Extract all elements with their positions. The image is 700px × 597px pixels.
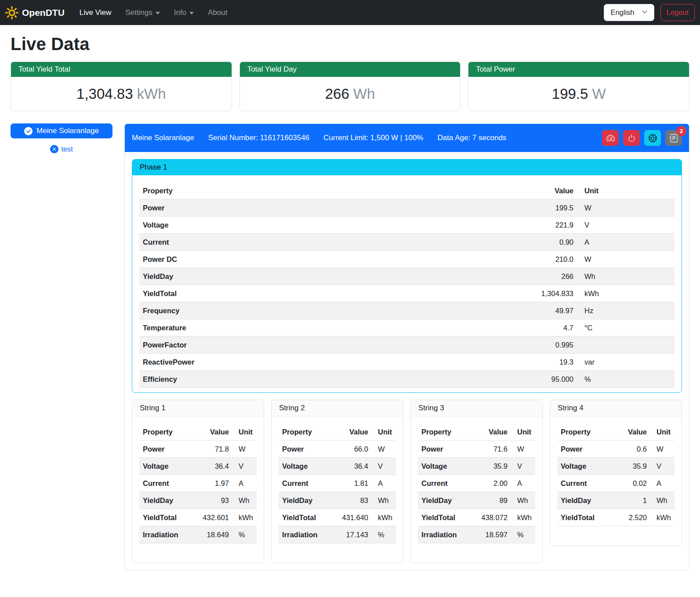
brand[interactable]: OpenDTU xyxy=(5,6,65,19)
card-header: Total Yield Day xyxy=(240,62,461,77)
navbar-right: English Logout xyxy=(604,4,695,21)
table-row: Frequency49.97Hz xyxy=(139,302,675,319)
total-power-card: Total Power 199.5 W xyxy=(468,62,689,111)
language-select[interactable]: English xyxy=(604,4,654,21)
event-log-button[interactable]: 2 xyxy=(665,130,682,146)
table-row: YieldTotal1,304.833kWh xyxy=(139,285,675,302)
nav-item-label: Live View xyxy=(80,8,111,17)
table-row: Power0.6W xyxy=(557,441,675,458)
unit-cell: kWh xyxy=(650,509,675,526)
unit-cell: kWh xyxy=(511,509,535,526)
string-2-table: PropertyValueUnit Power66.0WVoltage36.4V… xyxy=(279,423,396,543)
value-cell: 17.143 xyxy=(331,526,372,543)
table-head: PropertyValueUnit xyxy=(139,423,257,441)
property-cell: Voltage xyxy=(139,217,511,234)
nav-item-settings[interactable]: Settings xyxy=(122,5,163,21)
table-row: YieldTotal432.601kWh xyxy=(139,509,257,526)
nav-item-live-view[interactable]: Live View xyxy=(76,5,115,21)
unit-cell: A xyxy=(372,475,396,492)
nav-item-about[interactable]: About xyxy=(204,5,231,21)
unit-text: kWh xyxy=(137,86,166,102)
value-cell: 93 xyxy=(192,492,232,509)
unit-cell: A xyxy=(650,475,675,492)
inverter-limit: Current Limit: 1,500 W | 100% xyxy=(323,134,423,142)
string-card-body: PropertyValueUnit Power66.0WVoltage36.4V… xyxy=(272,416,403,563)
property-cell: Power DC xyxy=(139,251,511,268)
column-header-property: Property xyxy=(139,423,192,441)
table-row: Power66.0W xyxy=(279,441,396,458)
unit-cell: W xyxy=(232,441,257,458)
unit-cell: % xyxy=(577,371,675,388)
unit-cell: Wh xyxy=(511,492,535,509)
table-row: YieldTotal431.640kWh xyxy=(279,509,396,526)
value-cell: 266 xyxy=(511,268,577,285)
table-row: Voltage36.4V xyxy=(279,458,396,475)
unit-cell: V xyxy=(650,458,675,475)
value-cell: 0.6 xyxy=(610,441,650,458)
table-row: Power71.6W xyxy=(418,441,535,458)
unit-cell: Wh xyxy=(650,492,675,509)
gauge-icon xyxy=(606,134,615,142)
inverter-section: Meine Solaranlage test Meine Solaranlage… xyxy=(11,123,689,582)
value-cell: 2.00 xyxy=(471,475,511,492)
card-header: Total Power xyxy=(468,62,689,77)
inverter-panel: Meine Solaranlage Serial Number: 1161716… xyxy=(124,123,689,571)
value-cell: 0.90 xyxy=(511,234,577,251)
value-cell: 66.0 xyxy=(331,441,372,458)
inverter-data-age: Data Age: 7 seconds xyxy=(437,134,506,142)
inverter-selector-unselected[interactable]: test xyxy=(11,145,112,153)
table-row: Power71.8W xyxy=(139,441,257,458)
property-cell: ReactivePower xyxy=(139,354,511,371)
total-yield-day-card: Total Yield Day 266 Wh xyxy=(239,62,461,111)
property-cell: YieldDay xyxy=(279,492,331,509)
table-row: Current1.97A xyxy=(139,475,257,492)
table-body: Power71.8WVoltage36.4VCurrent1.97AYieldD… xyxy=(139,441,257,543)
nav-item-info[interactable]: Info xyxy=(170,5,197,21)
table-body: Power0.6WVoltage35.9VCurrent0.02AYieldDa… xyxy=(557,441,675,526)
device-info-button[interactable] xyxy=(644,130,661,146)
phase-table: PropertyValueUnit Power199.5WVoltage221.… xyxy=(139,182,675,388)
table-row: Current1.81A xyxy=(279,475,396,492)
table-row: Voltage36.4V xyxy=(139,458,257,475)
table-row: Power DC210.0W xyxy=(139,251,675,268)
power-toggle-button[interactable] xyxy=(623,130,640,146)
power-icon xyxy=(627,134,636,142)
string-1-card: String 1 PropertyValueUnit Power71.8WVol… xyxy=(132,400,264,563)
unit-text: W xyxy=(592,86,606,102)
property-cell: Frequency xyxy=(139,302,511,319)
inverter-sidebar: Meine Solaranlage test xyxy=(11,123,112,153)
check-circle-icon xyxy=(24,127,33,135)
limit-settings-button[interactable] xyxy=(602,130,619,146)
unit-text: Wh xyxy=(353,86,375,102)
value-cell: 0.02 xyxy=(610,475,650,492)
top-navbar: OpenDTU Live View Settings Info About En… xyxy=(0,0,700,25)
logout-button[interactable]: Logout xyxy=(660,4,695,21)
property-cell: Power xyxy=(139,441,192,458)
header-row: PropertyValueUnit xyxy=(557,423,675,441)
cpu-icon xyxy=(649,134,657,142)
table-row: YieldTotal2.520kWh xyxy=(557,509,675,526)
table-row: YieldDay93Wh xyxy=(139,492,257,509)
property-cell: Voltage xyxy=(139,458,192,475)
property-cell: YieldDay xyxy=(418,492,471,509)
column-header-unit: Unit xyxy=(232,423,257,441)
column-header-property: Property xyxy=(418,423,471,441)
property-cell: YieldTotal xyxy=(139,509,192,526)
table-body: Power71.6WVoltage35.9VCurrent2.00AYieldD… xyxy=(418,441,535,543)
table-row: Temperature4.7°C xyxy=(139,319,675,336)
inverter-name-label: test xyxy=(61,145,73,153)
value-cell: 19.3 xyxy=(511,354,577,371)
property-cell: YieldTotal xyxy=(279,509,331,526)
inverter-actions: 2 xyxy=(602,130,682,146)
column-header-unit: Unit xyxy=(372,423,396,441)
property-cell: YieldTotal xyxy=(557,509,610,526)
string-card-body: PropertyValueUnit Power0.6WVoltage35.9VC… xyxy=(550,416,682,546)
language-select-value: English xyxy=(610,8,634,17)
value-cell: 35.9 xyxy=(471,458,511,475)
column-header-value: Value xyxy=(192,423,232,441)
phase-1-card: Phase 1 PropertyValueUnit Power199.5WVol… xyxy=(132,159,682,393)
inverter-selector-selected[interactable]: Meine Solaranlage xyxy=(11,123,112,138)
table-row: Voltage35.9V xyxy=(557,458,675,475)
unit-cell: V xyxy=(232,458,257,475)
unit-cell: W xyxy=(577,199,675,217)
